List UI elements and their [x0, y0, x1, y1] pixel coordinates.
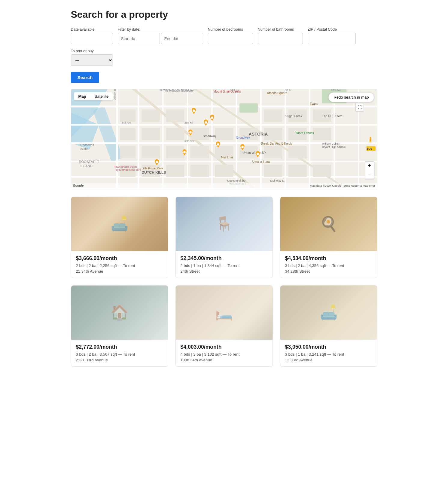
bathrooms-group: Number of bathrooms [258, 27, 303, 44]
map-pin-3[interactable] [203, 119, 209, 128]
property-info-3: $4,534.00/month 3 bds | 2 ba | 4,356 sqf… [280, 251, 377, 278]
svg-text:Broadway: Broadway [203, 134, 216, 138]
fullscreen-icon [358, 105, 362, 109]
property-card-2[interactable]: $2,345.00/month 2 bds | 1 ba | 1,344 sqf… [175, 197, 273, 278]
map-pin-4[interactable] [187, 129, 194, 138]
date-available-group: Date available [71, 27, 113, 44]
map-logo: Google [73, 184, 84, 187]
property-card-6[interactable]: $3,050.00/month 3 bds | 1 ba | 3,241 sqf… [280, 285, 377, 367]
map-pin-5[interactable] [215, 141, 221, 150]
svg-rect-35 [190, 146, 209, 158]
property-info-4: $2,772.00/month 3 bds | 2 ba | 3,567 sqf… [71, 340, 168, 366]
property-card-3[interactable]: $4,534.00/month 3 bds | 2 ba | 4,356 sqf… [280, 197, 377, 278]
property-info-2: $2,345.00/month 2 bds | 1 ba | 1,344 sqf… [176, 251, 273, 278]
page-wrapper: Search for a property Date available Fil… [65, 0, 383, 376]
svg-text:Planet Fitness: Planet Fitness [294, 131, 314, 135]
map-zoom-controls: + − [365, 161, 374, 179]
filters-bar: Date available Filter by date: Number of… [71, 27, 377, 66]
svg-rect-21 [142, 109, 160, 122]
pegman-icon[interactable] [367, 136, 374, 144]
svg-rect-50 [166, 165, 184, 177]
property-details-4: 3 bds | 2 ba | 3,567 sqft — To rent [76, 352, 163, 357]
property-image-3 [280, 197, 377, 251]
filter-by-date-label: Filter by date: [118, 27, 203, 32]
svg-text:30 Av: 30 Av [285, 89, 291, 92]
svg-rect-47 [313, 165, 331, 177]
svg-rect-29 [264, 109, 282, 122]
map-pin-6[interactable] [239, 143, 246, 152]
zoom-out-button[interactable]: − [365, 170, 374, 179]
svg-text:Museum of the: Museum of the [227, 179, 245, 182]
map-pin-2[interactable] [209, 114, 215, 123]
rent-buy-select[interactable]: — To rent To buy [71, 54, 113, 66]
search-button[interactable]: Search [71, 72, 99, 83]
svg-text:35th Ave: 35th Ave [184, 140, 194, 142]
map-tab-map[interactable]: Map [74, 92, 90, 100]
property-price-6: $3,050.00/month [285, 344, 372, 350]
bedrooms-group: Number of bedrooms [208, 27, 253, 44]
property-address-6: 13 33rd Avenue [285, 358, 372, 362]
map-inner: ASTORIA DUTCH KILLS ROOSEVELT ISLAND Roo… [71, 89, 377, 188]
zip-group: ZIP / Postal Code [308, 27, 356, 44]
svg-text:by Marriott New York: by Marriott New York [115, 168, 141, 171]
map-attribution: Google Map data ©2024 Google Terms Repor… [71, 183, 377, 188]
filter-by-date-group: Filter by date: [118, 27, 203, 44]
map-tab-satellite[interactable]: Satellite [90, 92, 113, 100]
svg-text:12th St: 12th St [166, 89, 174, 92]
map-pin-9[interactable] [154, 158, 160, 167]
property-details-6: 3 bds | 1 ba | 3,241 sqft — To rent [285, 352, 372, 357]
date-available-label: Date available [71, 27, 113, 32]
property-address-2: 24th Street [181, 269, 268, 274]
map-pin-1[interactable] [190, 107, 197, 116]
svg-text:ISLAND: ISLAND [80, 164, 92, 168]
svg-text:31st Ave: 31st Ave [230, 89, 240, 92]
bedrooms-input[interactable] [208, 33, 253, 44]
property-image-5 [176, 286, 273, 340]
rent-buy-label: To rent or buy [71, 49, 113, 53]
svg-text:13th St: 13th St [175, 89, 183, 92]
page-title: Search for a property [71, 9, 377, 20]
zoom-in-button[interactable]: + [365, 162, 374, 170]
svg-rect-103 [370, 139, 371, 141]
property-image-4 [71, 286, 168, 340]
end-date-input[interactable] [161, 33, 203, 44]
svg-rect-52 [239, 103, 258, 113]
map-attribution-text: Map data ©2024 Google Terms Report a map… [310, 184, 375, 187]
zip-input[interactable] [308, 33, 356, 44]
start-date-input[interactable] [118, 33, 160, 44]
svg-text:28th Ave: 28th Ave [331, 89, 341, 92]
svg-rect-39 [288, 146, 306, 158]
bathrooms-input[interactable] [258, 33, 303, 44]
property-grid: $3,666.00/month 2 bds | 2 ba | 2,256 sqf… [71, 197, 377, 367]
rent-buy-group: To rent or buy — To rent To buy [71, 49, 113, 66]
map-svg: ASTORIA DUTCH KILLS ROOSEVELT ISLAND Roo… [71, 89, 377, 188]
svg-text:The UPS Store: The UPS Store [322, 115, 343, 118]
map-pin-7[interactable] [181, 149, 188, 158]
svg-text:33rd Rd: 33rd Rd [184, 121, 193, 124]
redo-search-button[interactable]: Redo search in map [328, 92, 374, 102]
property-price-5: $4,003.00/month [181, 344, 268, 350]
fullscreen-button[interactable] [355, 103, 364, 112]
svg-rect-24 [142, 128, 160, 140]
svg-text:Vernon Blvd: Vernon Blvd [113, 89, 116, 100]
property-card-5[interactable]: $4,003.00/month 4 bds | 3 ba | 3,102 sqf… [175, 285, 273, 367]
svg-text:Sotto la Luna: Sotto la Luna [251, 160, 270, 164]
svg-rect-40 [120, 146, 135, 158]
date-available-input[interactable] [71, 33, 113, 44]
property-card-4[interactable]: $2,772.00/month 3 bds | 2 ba | 3,567 sqf… [71, 285, 168, 367]
map-container: ASTORIA DUTCH KILLS ROOSEVELT ISLAND Roo… [71, 89, 377, 188]
svg-text:ASTORIA: ASTORIA [248, 132, 268, 136]
map-view-tabs: Map Satellite [74, 92, 113, 100]
svg-text:Sugar Freak: Sugar Freak [285, 115, 302, 118]
property-card-1[interactable]: $3,666.00/month 2 bds | 2 ba | 2,256 sqf… [71, 197, 168, 278]
svg-rect-46 [288, 165, 306, 177]
property-info-1: $3,666.00/month 2 bds | 2 ba | 2,256 sqf… [71, 251, 168, 278]
svg-text:ROOSEVELT: ROOSEVELT [79, 160, 99, 164]
svg-rect-105 [370, 141, 371, 142]
map-pin-8[interactable] [254, 150, 261, 159]
svg-text:Bryant High School: Bryant High School [322, 146, 345, 149]
svg-text:DUTCH KILLS: DUTCH KILLS [142, 170, 166, 175]
svg-text:Island: Island [80, 147, 88, 151]
svg-text:William Cullen: William Cullen [322, 142, 339, 145]
property-info-5: $4,003.00/month 4 bds | 3 ba | 3,102 sqf… [176, 340, 273, 366]
